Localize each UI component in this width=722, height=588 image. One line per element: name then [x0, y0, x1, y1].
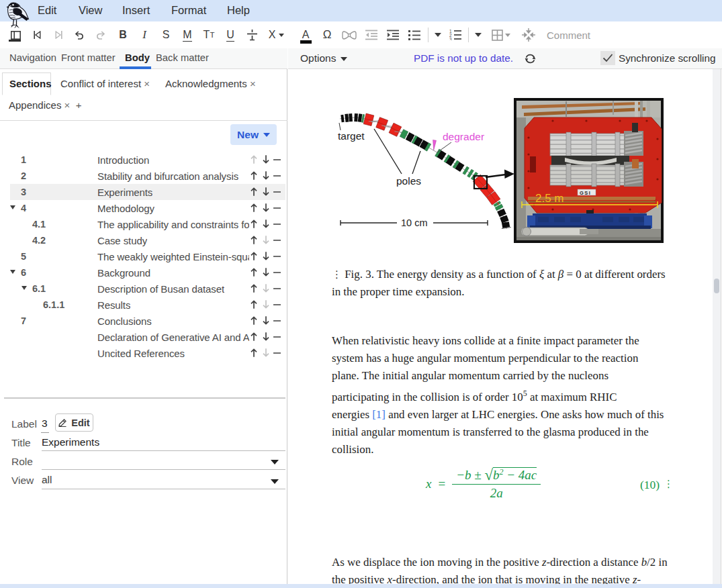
svg-text:GSI: GSI: [580, 190, 591, 196]
svg-text:poles: poles: [396, 175, 421, 187]
svg-text:2.5 m: 2.5 m: [535, 192, 564, 205]
svg-text:target: target: [338, 130, 365, 142]
svg-text:10 cm: 10 cm: [401, 217, 428, 228]
svg-text:degrader: degrader: [443, 131, 484, 142]
svg-text:3: 3: [449, 37, 452, 41]
